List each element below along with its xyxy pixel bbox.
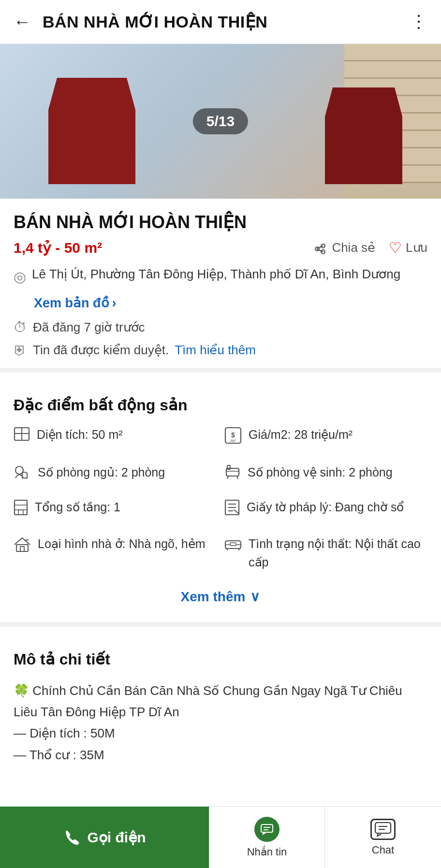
- price-m2-svg-icon: $ m²: [224, 427, 242, 444]
- image-counter: 5/13: [193, 108, 248, 134]
- floors-svg-icon: [14, 499, 28, 516]
- listing-title: BÁN NHÀ MỚI HOÀN THIỆN: [14, 212, 427, 232]
- sms-button-label: Nhắn tin: [247, 846, 287, 858]
- detail-floors: Tổng số tầng: 1: [14, 498, 217, 521]
- phone-icon: [63, 829, 81, 846]
- svg-rect-12: [15, 500, 27, 515]
- description-section: Mô tả chi tiết 🍀 Chính Chủ Cần Bán Căn N…: [0, 637, 441, 766]
- see-more-label: Xem thêm: [181, 589, 246, 605]
- header: ← BÁN NHÀ MỚI HOÀN THIỆN ⋮: [0, 0, 441, 44]
- bedroom-svg-icon: [14, 464, 31, 479]
- detail-bedrooms-label: Số phòng ngủ: 2 phòng: [38, 463, 165, 482]
- price-m2-icon: $ m²: [224, 427, 242, 450]
- svg-rect-21: [20, 547, 24, 551]
- location-icon: ◎: [14, 266, 26, 288]
- house-type-svg-icon: [14, 536, 31, 552]
- page-title: BÁN NHÀ MỚI HOÀN THIỆN: [43, 12, 402, 31]
- address-text: Lê Thị Út, Phường Tân Đông Hiệp, Thành p…: [32, 265, 400, 284]
- map-link[interactable]: Xem bản đồ ›: [34, 295, 427, 311]
- address-row: ◎ Lê Thị Út, Phường Tân Đông Hiệp, Thành…: [14, 265, 427, 288]
- detail-bathrooms-label: Số phòng vệ sinh: 2 phòng: [248, 463, 393, 482]
- svg-rect-31: [261, 825, 273, 832]
- chair-decoration-left: [48, 78, 135, 184]
- svg-rect-20: [16, 545, 28, 551]
- detail-price-m2: $ m² Giá/m2: 28 triệu/m²: [224, 426, 427, 450]
- posted-time-row: ⏱ Đã đăng 7 giờ trước: [14, 319, 427, 335]
- detail-area: Diện tích: 50 m²: [14, 426, 217, 450]
- detail-bedrooms: Số phòng ngủ: 2 phòng: [14, 463, 217, 485]
- bottom-action-bar: Gọi điện Nhắn tin Chat: [0, 806, 441, 868]
- detail-legal-label: Giấy tờ pháp lý: Đang chờ sổ: [247, 498, 404, 517]
- listing-image-carousel[interactable]: 5/13: [0, 44, 441, 199]
- sms-icon: [254, 817, 279, 842]
- details-grid: Diện tích: 50 m² $ m² Giá/m2: 28 triệu/m…: [14, 426, 427, 571]
- legal-icon: [224, 499, 240, 521]
- listing-price: 1,4 tỷ - 50 m²: [14, 239, 102, 256]
- save-button[interactable]: ♡ Lưu: [389, 239, 427, 256]
- area-icon: [14, 427, 30, 447]
- save-label: Lưu: [406, 240, 427, 255]
- detail-interior-label: Tình trạng nội thất: Nội thất cao cấp: [249, 535, 427, 571]
- chat-button[interactable]: Chat: [325, 807, 441, 868]
- detail-house-type-label: Loại hình nhà ở: Nhà ngõ, hẻm: [38, 535, 206, 553]
- interior-icon: [224, 536, 242, 556]
- property-details-section: Đặc điểm bất động sản Diện tích: 50 m² $: [0, 382, 441, 612]
- clock-icon: ⏱: [14, 319, 27, 335]
- price-row: 1,4 tỷ - 50 m² Chia sẻ ♡ Lưu: [14, 239, 427, 256]
- svg-rect-28: [230, 543, 236, 546]
- bedroom-icon: [14, 464, 31, 485]
- chat-icon: [370, 819, 396, 840]
- section-divider-1: [0, 368, 441, 373]
- share-button[interactable]: Chia sẻ: [312, 240, 375, 256]
- floors-icon: [14, 499, 28, 521]
- call-button[interactable]: Gọi điện: [0, 807, 209, 868]
- see-more-button[interactable]: Xem thêm ∨: [14, 581, 427, 612]
- share-label: Chia sẻ: [332, 240, 375, 255]
- bathroom-icon: [224, 464, 241, 485]
- detail-legal: Giấy tờ pháp lý: Đang chờ sổ: [224, 498, 427, 521]
- verified-text: Tin đã được kiểm duyệt.: [33, 343, 169, 358]
- svg-text:m²: m²: [231, 438, 236, 443]
- detail-price-m2-label: Giá/m2: 28 triệu/m²: [249, 426, 353, 444]
- detail-area-label: Diện tích: 50 m²: [37, 426, 123, 444]
- house-type-icon: [14, 536, 31, 558]
- legal-svg-icon: [224, 499, 240, 516]
- chat-svg-icon: [374, 822, 392, 837]
- interior-svg-icon: [224, 536, 242, 550]
- action-buttons: Chia sẻ ♡ Lưu: [312, 239, 427, 256]
- posted-time: Đã đăng 7 giờ trước: [33, 320, 145, 335]
- back-button[interactable]: ←: [14, 12, 31, 32]
- chair-decoration-right: [325, 87, 402, 184]
- detail-interior: Tình trạng nội thất: Nội thất cao cấp: [224, 535, 427, 571]
- map-link-label: Xem bản đồ: [34, 295, 109, 311]
- more-menu-button[interactable]: ⋮: [410, 12, 427, 32]
- sms-svg-icon: [260, 823, 274, 836]
- listing-content: BÁN NHÀ MỚI HOÀN THIỆN 1,4 tỷ - 50 m² Ch…: [0, 199, 441, 358]
- verified-link[interactable]: Tìm hiểu thêm: [175, 343, 256, 358]
- chevron-down-icon: ∨: [250, 589, 260, 605]
- svg-rect-34: [375, 823, 391, 833]
- property-details-title: Đặc điểm bất động sản: [14, 396, 427, 414]
- section-divider-2: [0, 622, 441, 627]
- bathroom-svg-icon: [224, 464, 241, 479]
- svg-text:$: $: [231, 431, 235, 439]
- description-content: 🍀 Chính Chủ Cần Bán Căn Nhà Số Chung Gần…: [14, 680, 427, 766]
- description-title: Mô tả chi tiết: [14, 650, 427, 668]
- verified-row: ⛨ Tin đã được kiểm duyệt. Tìm hiểu thêm: [14, 342, 427, 358]
- svg-rect-15: [18, 510, 23, 515]
- area-svg-icon: [14, 427, 30, 441]
- chat-button-label: Chat: [372, 844, 394, 856]
- detail-house-type: Loại hình nhà ở: Nhà ngõ, hẻm: [14, 535, 217, 571]
- share-icon: [312, 240, 328, 256]
- call-button-label: Gọi điện: [88, 829, 146, 846]
- detail-bathrooms: Số phòng vệ sinh: 2 phòng: [224, 463, 427, 485]
- heart-icon: ♡: [389, 239, 402, 256]
- shield-icon: ⛨: [14, 342, 27, 358]
- sms-button[interactable]: Nhắn tin: [209, 807, 325, 868]
- detail-floors-label: Tổng số tầng: 1: [35, 498, 120, 517]
- map-link-arrow: ›: [112, 296, 117, 311]
